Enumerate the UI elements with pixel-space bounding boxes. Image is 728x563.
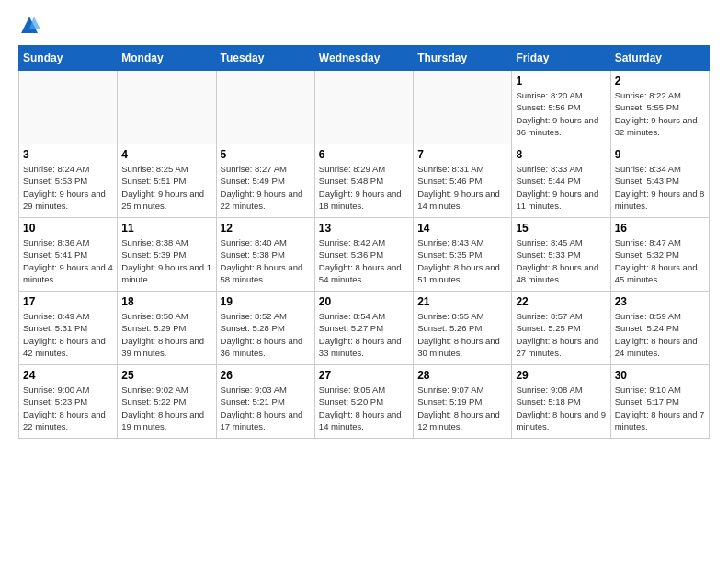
calendar-cell: 11Sunrise: 8:38 AM Sunset: 5:39 PM Dayli… — [118, 218, 216, 292]
day-number: 30 — [615, 369, 705, 382]
day-info: Sunrise: 8:50 AM Sunset: 5:29 PM Dayligh… — [121, 310, 211, 359]
header — [0, 0, 728, 45]
day-number: 20 — [319, 295, 409, 308]
day-info: Sunrise: 8:20 AM Sunset: 5:56 PM Dayligh… — [516, 89, 606, 138]
calendar-cell: 6Sunrise: 8:29 AM Sunset: 5:48 PM Daylig… — [314, 144, 413, 218]
calendar-week-5: 24Sunrise: 9:00 AM Sunset: 5:23 PM Dayli… — [19, 365, 710, 439]
calendar-cell: 18Sunrise: 8:50 AM Sunset: 5:29 PM Dayli… — [118, 292, 216, 365]
day-info: Sunrise: 8:52 AM Sunset: 5:28 PM Dayligh… — [221, 310, 311, 359]
calendar-cell: 13Sunrise: 8:42 AM Sunset: 5:36 PM Dayli… — [314, 218, 413, 292]
calendar-cell — [414, 71, 512, 144]
calendar-cell: 1Sunrise: 8:20 AM Sunset: 5:56 PM Daylig… — [512, 71, 610, 144]
day-info: Sunrise: 8:45 AM Sunset: 5:33 PM Dayligh… — [516, 236, 606, 285]
day-info: Sunrise: 8:49 AM Sunset: 5:31 PM Dayligh… — [23, 310, 113, 359]
day-info: Sunrise: 9:03 AM Sunset: 5:21 PM Dayligh… — [221, 384, 311, 432]
day-info: Sunrise: 8:59 AM Sunset: 5:24 PM Dayligh… — [615, 310, 705, 359]
logo-icon — [18, 14, 40, 36]
day-number: 24 — [23, 369, 113, 382]
day-number: 6 — [319, 148, 409, 161]
day-number: 23 — [615, 295, 705, 308]
day-number: 15 — [516, 222, 606, 235]
day-info: Sunrise: 8:34 AM Sunset: 5:43 PM Dayligh… — [615, 163, 705, 212]
day-number: 25 — [121, 369, 211, 382]
calendar-cell: 2Sunrise: 8:22 AM Sunset: 5:55 PM Daylig… — [610, 71, 709, 144]
day-number: 2 — [615, 75, 705, 87]
day-number: 9 — [615, 148, 705, 161]
day-number: 16 — [615, 222, 705, 235]
day-number: 27 — [319, 369, 409, 382]
calendar-cell: 17Sunrise: 8:49 AM Sunset: 5:31 PM Dayli… — [19, 292, 118, 365]
calendar-cell: 8Sunrise: 8:33 AM Sunset: 5:44 PM Daylig… — [512, 144, 610, 218]
calendar-cell: 28Sunrise: 9:07 AM Sunset: 5:19 PM Dayli… — [414, 365, 512, 439]
day-info: Sunrise: 8:57 AM Sunset: 5:25 PM Dayligh… — [516, 310, 606, 359]
day-number: 19 — [221, 295, 311, 308]
day-info: Sunrise: 8:40 AM Sunset: 5:38 PM Dayligh… — [221, 236, 311, 285]
day-number: 28 — [417, 369, 507, 382]
day-number: 14 — [417, 222, 507, 235]
day-header-sunday: Sunday — [19, 46, 118, 71]
day-info: Sunrise: 8:31 AM Sunset: 5:46 PM Dayligh… — [417, 163, 507, 212]
calendar-cell: 12Sunrise: 8:40 AM Sunset: 5:38 PM Dayli… — [216, 218, 314, 292]
calendar-cell: 22Sunrise: 8:57 AM Sunset: 5:25 PM Dayli… — [512, 292, 610, 365]
calendar-cell: 26Sunrise: 9:03 AM Sunset: 5:21 PM Dayli… — [216, 365, 314, 439]
day-number: 26 — [221, 369, 311, 382]
calendar-cell — [314, 71, 413, 144]
calendar-cell: 23Sunrise: 8:59 AM Sunset: 5:24 PM Dayli… — [610, 292, 709, 365]
calendar-week-1: 1Sunrise: 8:20 AM Sunset: 5:56 PM Daylig… — [19, 71, 710, 144]
day-number: 18 — [121, 295, 211, 308]
day-number: 13 — [319, 222, 409, 235]
calendar-cell: 7Sunrise: 8:31 AM Sunset: 5:46 PM Daylig… — [414, 144, 512, 218]
day-number: 1 — [516, 75, 606, 87]
day-number: 4 — [121, 148, 211, 161]
day-info: Sunrise: 8:43 AM Sunset: 5:35 PM Dayligh… — [417, 236, 507, 285]
day-number: 21 — [417, 295, 507, 308]
calendar-cell: 29Sunrise: 9:08 AM Sunset: 5:18 PM Dayli… — [512, 365, 610, 439]
calendar-cell: 4Sunrise: 8:25 AM Sunset: 5:51 PM Daylig… — [118, 144, 216, 218]
calendar-cell: 15Sunrise: 8:45 AM Sunset: 5:33 PM Dayli… — [512, 218, 610, 292]
day-number: 22 — [516, 295, 606, 308]
day-header-thursday: Thursday — [414, 46, 512, 71]
calendar-cell: 3Sunrise: 8:24 AM Sunset: 5:53 PM Daylig… — [19, 144, 118, 218]
day-number: 11 — [121, 222, 211, 235]
calendar-cell: 20Sunrise: 8:54 AM Sunset: 5:27 PM Dayli… — [314, 292, 413, 365]
calendar-cell: 27Sunrise: 9:05 AM Sunset: 5:20 PM Dayli… — [314, 365, 413, 439]
day-number: 8 — [516, 148, 606, 161]
logo[interactable] — [18, 14, 44, 36]
calendar-week-4: 17Sunrise: 8:49 AM Sunset: 5:31 PM Dayli… — [19, 292, 710, 365]
day-info: Sunrise: 8:38 AM Sunset: 5:39 PM Dayligh… — [121, 236, 211, 285]
calendar-cell: 25Sunrise: 9:02 AM Sunset: 5:22 PM Dayli… — [118, 365, 216, 439]
day-number: 29 — [516, 369, 606, 382]
calendar-cell: 19Sunrise: 8:52 AM Sunset: 5:28 PM Dayli… — [216, 292, 314, 365]
day-info: Sunrise: 8:54 AM Sunset: 5:27 PM Dayligh… — [319, 310, 409, 359]
calendar-wrapper: SundayMondayTuesdayWednesdayThursdayFrid… — [0, 45, 728, 439]
day-number: 5 — [221, 148, 311, 161]
day-info: Sunrise: 9:10 AM Sunset: 5:17 PM Dayligh… — [615, 384, 705, 432]
day-info: Sunrise: 9:00 AM Sunset: 5:23 PM Dayligh… — [23, 384, 113, 432]
day-info: Sunrise: 9:08 AM Sunset: 5:18 PM Dayligh… — [516, 384, 606, 432]
day-number: 3 — [23, 148, 113, 161]
calendar-week-2: 3Sunrise: 8:24 AM Sunset: 5:53 PM Daylig… — [19, 144, 710, 218]
calendar-cell — [118, 71, 216, 144]
calendar-cell: 24Sunrise: 9:00 AM Sunset: 5:23 PM Dayli… — [19, 365, 118, 439]
calendar-cell: 10Sunrise: 8:36 AM Sunset: 5:41 PM Dayli… — [19, 218, 118, 292]
day-number: 17 — [23, 295, 113, 308]
calendar-cell — [19, 71, 118, 144]
calendar-table: SundayMondayTuesdayWednesdayThursdayFrid… — [18, 45, 710, 439]
calendar-cell: 14Sunrise: 8:43 AM Sunset: 5:35 PM Dayli… — [414, 218, 512, 292]
day-info: Sunrise: 8:24 AM Sunset: 5:53 PM Dayligh… — [23, 163, 113, 212]
day-info: Sunrise: 8:55 AM Sunset: 5:26 PM Dayligh… — [417, 310, 507, 359]
calendar-cell: 21Sunrise: 8:55 AM Sunset: 5:26 PM Dayli… — [414, 292, 512, 365]
day-header-saturday: Saturday — [610, 46, 709, 71]
day-info: Sunrise: 9:02 AM Sunset: 5:22 PM Dayligh… — [121, 384, 211, 432]
day-info: Sunrise: 8:33 AM Sunset: 5:44 PM Dayligh… — [516, 163, 606, 212]
calendar-cell: 16Sunrise: 8:47 AM Sunset: 5:32 PM Dayli… — [610, 218, 709, 292]
day-header-friday: Friday — [512, 46, 610, 71]
day-number: 7 — [417, 148, 507, 161]
calendar-cell: 9Sunrise: 8:34 AM Sunset: 5:43 PM Daylig… — [610, 144, 709, 218]
day-info: Sunrise: 8:27 AM Sunset: 5:49 PM Dayligh… — [221, 163, 311, 212]
day-header-wednesday: Wednesday — [314, 46, 413, 71]
calendar-cell — [216, 71, 314, 144]
calendar-header-row: SundayMondayTuesdayWednesdayThursdayFrid… — [19, 46, 710, 71]
day-info: Sunrise: 8:42 AM Sunset: 5:36 PM Dayligh… — [319, 236, 409, 285]
day-info: Sunrise: 9:05 AM Sunset: 5:20 PM Dayligh… — [319, 384, 409, 432]
